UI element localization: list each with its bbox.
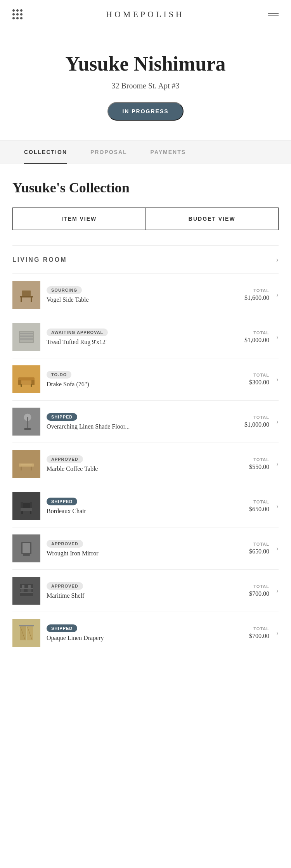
total-label: TOTAL	[249, 626, 269, 631]
item-list-living-room: SOURCING Vogel Side Table TOTAL $1,600.0…	[12, 273, 279, 654]
tab-collection[interactable]: COLLECTION	[12, 140, 79, 164]
total-label: TOTAL	[244, 330, 269, 335]
item-name: Tread Tufted Rug 9'x12'	[47, 339, 244, 346]
table-row[interactable]: SHIPPED Bordeaux Chair TOTAL $650.00 ›	[12, 485, 279, 527]
item-price: $700.00	[249, 590, 269, 597]
item-status-badge: SHIPPED	[47, 413, 77, 421]
item-status-badge: TO-DO	[47, 371, 71, 379]
table-row[interactable]: SOURCING Vogel Side Table TOTAL $1,600.0…	[12, 274, 279, 316]
svg-rect-36	[20, 592, 33, 593]
item-info: APPROVED Maritime Shelf	[47, 582, 249, 599]
item-info: APPROVED Wrought Iron Mirror	[47, 540, 249, 557]
item-price: $300.00	[249, 379, 269, 386]
item-price-section: TOTAL $700.00	[249, 584, 269, 597]
svg-rect-14	[31, 380, 35, 385]
item-name: Bordeaux Chair	[47, 508, 249, 515]
svg-rect-26	[21, 508, 32, 511]
item-info: SOURCING Vogel Side Table	[47, 286, 244, 303]
table-row[interactable]: APPROVED Wrought Iron Mirror TOTAL $650.…	[12, 527, 279, 570]
item-status-badge: SOURCING	[47, 286, 82, 294]
svg-rect-37	[20, 596, 33, 597]
item-name: Drake Sofa (76")	[47, 381, 249, 388]
table-row[interactable]: TO-DO Drake Sofa (76") TOTAL $300.00 ›	[12, 358, 279, 401]
table-row[interactable]: SHIPPED Opaque Linen Drapery TOTAL $700.…	[12, 612, 279, 654]
svg-rect-16	[31, 384, 32, 387]
item-name: Marble Coffee Table	[47, 465, 249, 472]
budget-view-button[interactable]: BUDGET VIEW	[146, 208, 279, 230]
item-name: Wrought Iron Mirror	[47, 550, 249, 557]
total-label: TOTAL	[249, 542, 269, 546]
item-price-section: TOTAL $650.00	[249, 500, 269, 513]
room-header-living-room[interactable]: LIVING ROOM ›	[12, 246, 279, 273]
svg-rect-2	[21, 297, 22, 302]
item-info: SHIPPED Opaque Linen Drapery	[47, 624, 249, 641]
svg-rect-32	[23, 543, 30, 553]
dots-icon[interactable]	[12, 9, 23, 19]
collection-content: Yusuke's Collection ITEM VIEW BUDGET VIE…	[0, 164, 291, 654]
svg-rect-39	[28, 585, 31, 588]
total-label: TOTAL	[249, 373, 269, 377]
table-row[interactable]: APPROVED Marble Coffee Table TOTAL $550.…	[12, 443, 279, 485]
chevron-right-icon: ›	[276, 629, 279, 637]
svg-rect-22	[31, 467, 32, 470]
menu-line-2	[268, 16, 279, 16]
item-price-section: TOTAL $550.00	[249, 457, 269, 470]
item-status-badge: APPROVED	[47, 455, 83, 463]
total-label: TOTAL	[249, 500, 269, 504]
tab-proposal[interactable]: PROPOSAL	[79, 140, 139, 164]
svg-rect-27	[21, 511, 23, 514]
item-name: Opaque Linen Drapery	[47, 635, 249, 641]
item-status-badge: APPROVED	[47, 540, 83, 548]
total-label: TOTAL	[249, 584, 269, 589]
item-thumbnail	[12, 577, 40, 605]
item-name: Maritime Shelf	[47, 592, 249, 599]
tab-payments[interactable]: PAYMENTS	[139, 140, 197, 164]
svg-rect-15	[21, 384, 22, 387]
chevron-right-icon: ›	[276, 545, 279, 553]
total-label: TOTAL	[249, 457, 269, 462]
tab-bar: COLLECTION PROPOSAL PAYMENTS	[0, 140, 291, 164]
item-info: APPROVED Marble Coffee Table	[47, 455, 249, 472]
chevron-right-icon: ›	[276, 375, 279, 384]
chevron-right-icon: ›	[276, 291, 279, 299]
svg-rect-40	[21, 589, 24, 592]
room-title-living-room: LIVING ROOM	[12, 256, 67, 263]
chevron-right-icon: ›	[276, 587, 279, 595]
table-row[interactable]: AWAITING APPROVAL Tread Tufted Rug 9'x12…	[12, 316, 279, 358]
item-price: $1,000.00	[244, 421, 269, 428]
client-name: Yusuke Nishimura	[12, 52, 279, 75]
item-price: $1,000.00	[244, 337, 269, 343]
chevron-right-icon: ›	[276, 255, 279, 264]
hamburger-menu[interactable]	[268, 13, 279, 16]
item-name: Overarching Linen Shade Floor...	[47, 423, 244, 430]
item-thumbnail	[12, 619, 40, 647]
hero-section: Yusuke Nishimura 32 Broome St. Apt #3 IN…	[0, 29, 291, 140]
status-badge[interactable]: IN PROGRESS	[107, 102, 183, 121]
table-row[interactable]: APPROVED Maritime Shelf TOTAL $700.00 ›	[12, 570, 279, 612]
svg-rect-35	[20, 588, 33, 589]
item-status-badge: SHIPPED	[47, 498, 77, 505]
svg-rect-18	[27, 417, 28, 429]
item-status-badge: APPROVED	[47, 582, 83, 590]
svg-rect-46	[19, 625, 34, 626]
item-price-section: TOTAL $1,000.00	[244, 330, 269, 344]
item-thumbnail	[12, 281, 40, 309]
svg-rect-0	[20, 296, 33, 297]
item-view-button[interactable]: ITEM VIEW	[13, 208, 146, 230]
item-price-section: TOTAL $1,600.00	[244, 288, 269, 301]
svg-rect-33	[23, 554, 30, 556]
app-header: HOMEPOLISH	[0, 0, 291, 29]
svg-point-19	[24, 428, 31, 430]
item-price: $700.00	[249, 633, 269, 639]
chevron-right-icon: ›	[276, 333, 279, 341]
table-row[interactable]: SHIPPED Overarching Linen Shade Floor...…	[12, 401, 279, 443]
item-status-badge: AWAITING APPROVAL	[47, 329, 108, 336]
chevron-right-icon: ›	[276, 460, 279, 468]
svg-rect-1	[22, 290, 31, 296]
svg-rect-3	[31, 297, 32, 302]
item-price-section: TOTAL $650.00	[249, 542, 269, 555]
svg-rect-28	[30, 511, 31, 514]
app-logo: HOMEPOLISH	[106, 9, 184, 19]
total-label: TOTAL	[244, 288, 269, 293]
item-price: $550.00	[249, 463, 269, 470]
